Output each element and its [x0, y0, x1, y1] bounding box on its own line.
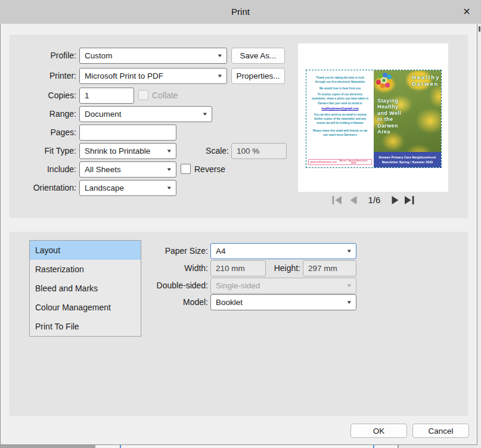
print-dialog: Print ✕ Profile: Custom▼ Save As... Prin… — [0, 0, 481, 448]
save-as-button[interactable]: Save As... — [231, 48, 285, 64]
settings-section-list: Layout Rasterization Bleed and Marks Col… — [29, 240, 141, 337]
profile-label: Profile: — [11, 48, 76, 64]
include-label: Include: — [11, 161, 76, 178]
preview-document: Thank you for taking the time to look th… — [306, 70, 441, 167]
background-window-bottom-sliver — [0, 445, 481, 448]
chevron-down-icon: ▼ — [217, 73, 224, 79]
brochure-footer-strip: www.healthydarwen.com Winter / Spring Ne… — [308, 159, 372, 165]
brochure-banner-line1: Darwen Primary Care Neighbourhood — [379, 155, 436, 159]
double-sided-select[interactable]: Single-sided▼ — [210, 278, 356, 294]
healthy-darwen-logo — [376, 73, 392, 89]
previous-page-button[interactable] — [346, 195, 359, 206]
range-select[interactable]: Document▼ — [79, 106, 212, 122]
brochure-paragraph: We would love to hear from you — [311, 86, 370, 91]
paper-size-select[interactable]: A4▼ — [210, 243, 356, 259]
brochure-footer-url: www.healthydarwen.com — [310, 161, 337, 163]
pages-label: Pages: — [11, 125, 76, 141]
profile-select[interactable]: Custom▼ — [79, 48, 227, 64]
title-bar: Print ✕ — [0, 0, 481, 24]
printer-label: Printer: — [11, 68, 76, 84]
section-item-layout[interactable]: Layout — [30, 241, 141, 260]
chevron-down-icon: ▼ — [166, 167, 173, 172]
last-page-button[interactable] — [402, 195, 415, 206]
reverse-label: Reverse — [194, 161, 225, 177]
ok-button[interactable]: OK — [350, 424, 407, 438]
brochure-back-cover: Thank you for taking the time to look th… — [306, 70, 374, 167]
section-item-print-to-file[interactable]: Print To File — [30, 317, 141, 336]
brochure-tagline: Staying Healthy and Well in the Darwen A… — [377, 98, 401, 135]
section-item-bleed-and-marks[interactable]: Bleed and Marks — [30, 279, 141, 298]
close-icon[interactable]: ✕ — [459, 5, 474, 19]
brochure-paragraph: Thank you for taking the time to look th… — [311, 76, 370, 84]
paper-size-label: Paper Size: — [131, 243, 208, 259]
chevron-down-icon: ▼ — [217, 53, 224, 58]
brochure-footer-edition: Winter / Spring Newsletter 2019 — [337, 160, 370, 164]
orientation-label: Orientation: — [11, 180, 76, 196]
reverse-checkbox[interactable] — [181, 164, 191, 174]
cancel-button[interactable]: Cancel — [412, 424, 469, 438]
scale-input: 100 % — [231, 143, 287, 159]
fit-type-label: Fit Type: — [11, 143, 76, 159]
page-indicator: 1/6 — [361, 195, 387, 206]
collate-label: Collate — [152, 88, 178, 103]
section-item-colour-management[interactable]: Colour Management — [30, 298, 141, 317]
background-window-right-sliver — [477, 24, 481, 445]
brochure-email-link: healthydarwen@gmail.com — [311, 107, 370, 110]
next-page-button[interactable] — [389, 195, 402, 206]
fit-type-select[interactable]: Shrink to Printable▼ — [79, 143, 176, 159]
width-label: Width: — [131, 260, 208, 276]
brochure-front-cover: Healthy Darwen Staying Healthy and Well … — [374, 70, 441, 167]
include-select[interactable]: All Sheets▼ — [79, 161, 176, 178]
brochure-paragraph: Please share this email with friends so … — [311, 129, 370, 137]
scale-label: Scale: — [178, 143, 229, 159]
pages-input[interactable] — [79, 125, 176, 141]
brochure-brand-title: Healthy Darwen — [412, 74, 440, 87]
dialog-title: Print — [0, 0, 481, 24]
width-input: 210 mm — [210, 260, 266, 276]
brochure-paragraph: You can also send us an email to receive… — [311, 113, 370, 125]
orientation-select[interactable]: Landscape▼ — [79, 180, 176, 196]
model-label: Model: — [131, 294, 208, 310]
model-select[interactable]: Booklet▼ — [210, 294, 356, 310]
first-page-button[interactable] — [330, 195, 343, 206]
height-input: 297 mm — [303, 260, 356, 276]
double-sided-label: Double-sided: — [131, 278, 208, 294]
copies-input[interactable]: 1 — [79, 88, 134, 104]
range-label: Range: — [11, 106, 76, 122]
chevron-down-icon: ▼ — [166, 148, 173, 154]
collate-checkbox[interactable] — [138, 90, 148, 100]
properties-button[interactable]: Properties... — [231, 68, 285, 84]
copies-label: Copies: — [11, 88, 76, 104]
height-label: Height: — [267, 260, 300, 276]
brochure-banner: Darwen Primary Care Neighbourhood Newsle… — [374, 152, 441, 167]
chevron-down-icon: ▼ — [346, 300, 353, 305]
background-scrollbar-nub — [479, 26, 480, 32]
chevron-down-icon: ▼ — [346, 283, 353, 288]
brochure-paragraph: To receive copies of our electronic news… — [311, 92, 370, 105]
chevron-down-icon: ▼ — [346, 248, 353, 254]
chevron-down-icon: ▼ — [166, 185, 173, 191]
printer-select[interactable]: Microsoft Print to PDF▼ — [79, 68, 227, 84]
chevron-down-icon: ▼ — [202, 111, 209, 117]
section-item-rasterization[interactable]: Rasterization — [30, 260, 141, 279]
brochure-banner-line2: Newsletter Spring / Summer 2020 — [382, 160, 433, 164]
